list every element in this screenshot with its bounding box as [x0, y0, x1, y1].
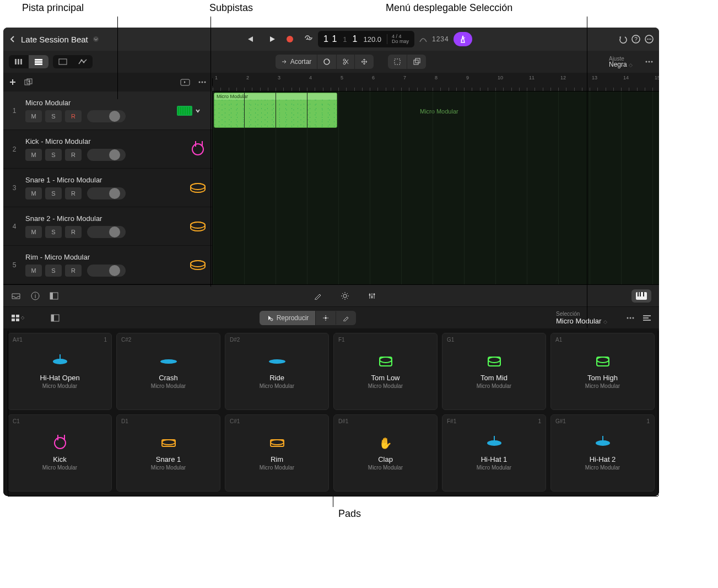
back-button[interactable]: [9, 35, 17, 43]
drum-pad[interactable]: G#11Hi-Hat 2Micro Modular: [550, 414, 655, 492]
go-to-start-button[interactable]: [245, 35, 254, 43]
volume-slider[interactable]: [87, 110, 126, 122]
svg-point-21: [646, 61, 647, 63]
midi-icon: [177, 106, 192, 116]
annot-subtracks: Subpistas: [209, 2, 253, 14]
volume-slider[interactable]: [87, 265, 126, 277]
drum-pad[interactable]: C#2CrashMicro Modular: [116, 333, 220, 410]
info-icon[interactable]: i: [31, 292, 40, 300]
mute-button[interactable]: M: [25, 265, 42, 277]
selection-dropdown[interactable]: Selección Micro Modular ◇: [556, 311, 607, 325]
loop-tool[interactable]: [317, 55, 337, 69]
inbox-icon[interactable]: [11, 292, 21, 300]
volume-slider[interactable]: [87, 149, 126, 161]
svg-rect-39: [638, 292, 639, 296]
mute-button[interactable]: M: [25, 110, 42, 122]
svg-point-27: [199, 82, 201, 83]
automation-view-button[interactable]: [73, 55, 93, 68]
kick-icon: [54, 437, 66, 449]
drum-pad[interactable]: D#1✋ClapMicro Modular: [333, 414, 438, 492]
record-enable-button[interactable]: R: [65, 110, 82, 122]
mute-button[interactable]: M: [25, 226, 42, 238]
reproducir-mode[interactable]: Reproducir: [260, 311, 316, 325]
pad-grid-icon[interactable]: ◇: [11, 314, 24, 322]
drum-pad[interactable]: A1Tom HighMicro Modular: [550, 333, 655, 410]
add-track-button[interactable]: [9, 78, 17, 86]
acortar-tool[interactable]: Acortar: [276, 55, 318, 69]
tuner-button[interactable]: [419, 35, 428, 43]
lcd-one: 1: [353, 34, 358, 44]
toolbar-more-button[interactable]: [645, 60, 654, 63]
marquee-tool[interactable]: [388, 55, 407, 69]
more-button[interactable]: [645, 35, 654, 44]
help-button[interactable]: ?: [631, 35, 640, 44]
drum-pad[interactable]: C#1RimMicro Modular: [225, 414, 329, 492]
library-button[interactable]: [180, 78, 190, 86]
tracks-view-button[interactable]: [29, 55, 48, 68]
edit-mode[interactable]: [336, 311, 356, 325]
svg-point-16: [83, 62, 85, 63]
record-button[interactable]: [286, 35, 294, 43]
drum-pad[interactable]: F#11Hi-Hat 1Micro Modular: [442, 414, 546, 492]
move-tool[interactable]: [355, 55, 374, 69]
duplicate-track-button[interactable]: [24, 78, 33, 86]
count-in-button[interactable]: 1234: [432, 35, 449, 43]
lcd-display[interactable]: 1 1 1 1 120.0 4 / 4 Do may: [318, 31, 414, 47]
mute-button[interactable]: M: [25, 187, 42, 199]
pad-count: 1: [104, 337, 107, 343]
editor-more-button[interactable]: [626, 316, 635, 320]
record-enable-button[interactable]: R: [65, 149, 82, 161]
pad-note: C#2: [121, 337, 131, 343]
solo-button[interactable]: S: [45, 110, 62, 122]
record-enable-button[interactable]: R: [65, 187, 82, 199]
timeline-ruler[interactable]: 123456789101112131415: [213, 73, 659, 91]
drum-pad[interactable]: D#2RideMicro Modular: [225, 333, 329, 410]
mute-button[interactable]: M: [25, 149, 42, 161]
project-menu-chevron[interactable]: [93, 36, 99, 42]
drum-pad[interactable]: D1Snare 1Micro Modular: [116, 414, 220, 492]
volume-slider[interactable]: [87, 187, 126, 199]
single-view-button[interactable]: [53, 55, 73, 68]
pad-name: Rim: [271, 455, 283, 463]
solo-button[interactable]: S: [45, 226, 62, 238]
svg-rect-47: [51, 315, 54, 321]
focus-mode[interactable]: [316, 311, 336, 325]
subtrack-header[interactable]: 2Kick - Micro ModularMSR: [3, 130, 212, 169]
mixer-view-button[interactable]: [9, 55, 29, 68]
sidebar-toggle-icon[interactable]: [51, 314, 60, 322]
pencil-tool-icon[interactable]: [314, 292, 322, 300]
split-tool[interactable]: [337, 55, 355, 69]
copy-tool[interactable]: [407, 55, 426, 69]
expand-chevron-icon[interactable]: [195, 107, 208, 114]
ruler-tick: 6: [372, 75, 375, 80]
keyboard-view-button[interactable]: [631, 289, 651, 303]
play-button[interactable]: [268, 35, 276, 43]
record-enable-button[interactable]: R: [65, 265, 82, 277]
subtrack-header[interactable]: 3Snare 1 - Micro ModularMSR: [3, 169, 212, 207]
solo-button[interactable]: S: [45, 265, 62, 277]
pad-name: Ride: [269, 374, 284, 382]
mixer-sliders-icon[interactable]: [368, 292, 376, 300]
inspector-icon[interactable]: [50, 292, 58, 300]
undo-button[interactable]: [618, 35, 627, 44]
drum-pad[interactable]: A#11Hi-Hat OpenMicro Modular: [8, 333, 112, 410]
record-enable-button[interactable]: R: [65, 226, 82, 238]
subtrack-header[interactable]: 5Rim - Micro ModularMSR: [3, 246, 212, 284]
cycle-button[interactable]: [304, 35, 314, 43]
list-order-icon[interactable]: [643, 315, 651, 321]
solo-button[interactable]: S: [45, 187, 62, 199]
drum-pad[interactable]: F1Tom LowMicro Modular: [333, 333, 438, 410]
volume-slider[interactable]: [87, 226, 126, 238]
snap-setting[interactable]: Ajuste Negra ◇: [609, 56, 633, 68]
arrangement-area[interactable]: Micro Modular Micro Modular: [213, 91, 659, 284]
metronome-button[interactable]: [454, 32, 472, 46]
solo-button[interactable]: S: [45, 149, 62, 161]
tracks-area: 1Micro ModularMSR2Kick - Micro ModularMS…: [3, 91, 659, 284]
drum-pad[interactable]: G1Tom MidMicro Modular: [442, 333, 546, 410]
ruler-tick: 11: [529, 75, 535, 80]
brightness-icon[interactable]: [341, 292, 349, 300]
main-track-header[interactable]: 1Micro ModularMSR: [3, 91, 212, 130]
subtrack-header[interactable]: 4Snare 2 - Micro ModularMSR: [3, 207, 212, 246]
drum-pad[interactable]: C1KickMicro Modular: [8, 414, 112, 492]
track-more-button[interactable]: [198, 80, 207, 84]
